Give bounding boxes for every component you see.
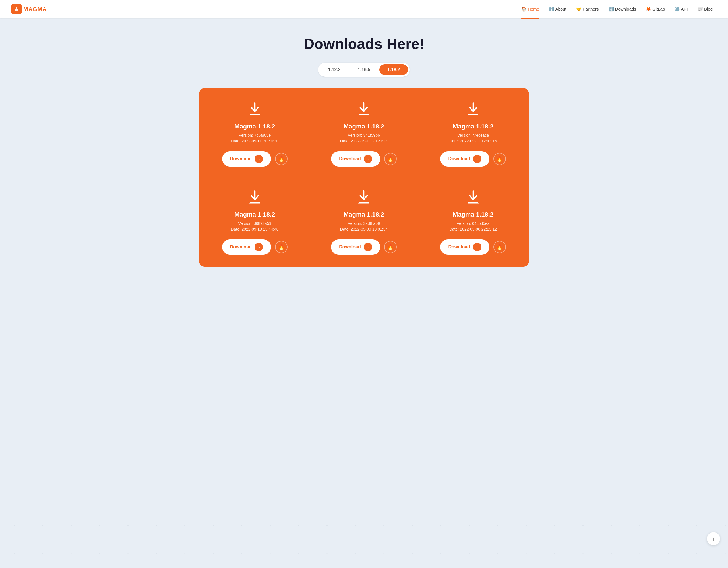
fire-icon-3: 🔥 <box>496 156 503 162</box>
card-2-actions: Download → 🔥 <box>331 151 396 167</box>
scroll-to-top-button[interactable]: ↑ <box>707 532 720 545</box>
card-1-date: Date: 2022-09-11 20:44:30 <box>231 139 278 143</box>
card-1-download-button[interactable]: Download → <box>222 151 271 167</box>
fire-icon-2: 🔥 <box>387 156 394 162</box>
download-grid: Magma 1.18.2 Version: 7b6f805e Date: 202… <box>201 90 527 265</box>
card-3-actions: Download → 🔥 <box>440 151 506 167</box>
card-1-version: Version: 7b6f805e <box>239 133 271 138</box>
svg-rect-7 <box>468 115 479 115</box>
card-2-title: Magma 1.18.2 <box>344 123 384 130</box>
download-card-5: Magma 1.18.2 Version: 3ad8fab9 Date: 202… <box>310 178 418 265</box>
fire-icon-5: 🔥 <box>387 244 394 251</box>
card-3-arrow-icon: → <box>473 155 481 163</box>
nav-item-partners[interactable]: 🤝 Partners <box>572 5 603 13</box>
card-4-download-label: Download <box>230 245 252 250</box>
svg-rect-11 <box>358 203 369 204</box>
card-6-version: Version: 04cbd5ea <box>457 221 490 226</box>
card-4-fire-button[interactable]: 🔥 <box>275 241 288 253</box>
card-1-fire-button[interactable]: 🔥 <box>275 153 288 165</box>
card-2-download-label: Download <box>339 156 361 162</box>
svg-rect-3 <box>249 115 260 115</box>
card-5-fire-button[interactable]: 🔥 <box>384 241 397 253</box>
nav-link-api[interactable]: ⚙️ API <box>671 5 692 13</box>
download-icon-2 <box>356 101 372 117</box>
version-pill: 1.12.2 1.16.5 1.18.2 <box>318 63 409 77</box>
nav-link-partners[interactable]: 🤝 Partners <box>572 5 603 13</box>
card-3-title: Magma 1.18.2 <box>453 123 493 130</box>
logo-icon <box>11 4 22 14</box>
nav-item-blog[interactable]: 📰 Blog <box>694 5 717 13</box>
card-6-actions: Download → 🔥 <box>440 240 506 255</box>
card-4-actions: Download → 🔥 <box>222 240 288 255</box>
download-card-6: Magma 1.18.2 Version: 04cbd5ea Date: 202… <box>419 178 527 265</box>
card-2-fire-button[interactable]: 🔥 <box>384 153 397 165</box>
download-icon-3 <box>465 101 481 117</box>
card-1-actions: Download → 🔥 <box>222 151 288 167</box>
card-2-version: Version: 341f59b6 <box>348 133 380 138</box>
download-card-4: Magma 1.18.2 Version: d6873a59 Date: 202… <box>201 178 309 265</box>
scroll-top-icon: ↑ <box>712 536 715 542</box>
navbar: MAGMA 🏠 Home ℹ️ About 🤝 Partners ⬇️ Down… <box>0 0 728 18</box>
nav-link-home[interactable]: 🏠 Home <box>517 5 543 13</box>
card-3-date: Date: 2022-09-11 12:43:15 <box>449 139 497 143</box>
card-3-version: Version: f7eceaca <box>457 133 489 138</box>
card-4-date: Date: 2022-09-10 13:44:40 <box>231 227 278 232</box>
version-btn-1122[interactable]: 1.12.2 <box>320 64 348 75</box>
nav-link-blog[interactable]: 📰 Blog <box>694 5 717 13</box>
nav-link-gitlab[interactable]: 🦊 GitLab <box>642 5 669 13</box>
svg-rect-5 <box>358 115 369 115</box>
fire-icon-4: 🔥 <box>278 244 285 251</box>
logo[interactable]: MAGMA <box>11 4 47 14</box>
card-5-download-button[interactable]: Download → <box>331 240 380 255</box>
download-card-3: Magma 1.18.2 Version: f7eceaca Date: 202… <box>419 90 527 177</box>
card-5-download-label: Download <box>339 245 361 250</box>
card-5-date: Date: 2022-09-09 18:01:34 <box>340 227 388 232</box>
version-btn-1182[interactable]: 1.18.2 <box>379 64 408 75</box>
brand-name: MAGMA <box>23 6 47 13</box>
fire-icon-6: 🔥 <box>496 244 503 251</box>
card-6-fire-button[interactable]: 🔥 <box>493 241 506 253</box>
card-3-download-button[interactable]: Download → <box>440 151 489 167</box>
card-5-arrow-icon: → <box>364 243 372 251</box>
card-4-download-button[interactable]: Download → <box>222 240 271 255</box>
card-5-version: Version: 3ad8fab9 <box>348 221 380 226</box>
nav-links: 🏠 Home ℹ️ About 🤝 Partners ⬇️ Downloads … <box>517 5 717 13</box>
card-1-download-label: Download <box>230 156 252 162</box>
svg-rect-9 <box>249 203 260 204</box>
card-2-arrow-icon: → <box>364 155 372 163</box>
page-title: Downloads Here! <box>199 35 529 52</box>
card-6-download-button[interactable]: Download → <box>440 240 489 255</box>
download-card-2: Magma 1.18.2 Version: 341f59b6 Date: 202… <box>310 90 418 177</box>
card-3-fire-button[interactable]: 🔥 <box>493 153 506 165</box>
card-6-arrow-icon: → <box>473 243 481 251</box>
version-btn-1165[interactable]: 1.16.5 <box>350 64 378 75</box>
download-icon-1 <box>247 101 263 117</box>
card-6-date: Date: 2022-09-08 22:23:12 <box>449 227 497 232</box>
nav-item-about[interactable]: ℹ️ About <box>545 5 570 13</box>
card-5-actions: Download → 🔥 <box>331 240 396 255</box>
nav-link-about[interactable]: ℹ️ About <box>545 5 570 13</box>
card-4-arrow-icon: → <box>255 243 263 251</box>
card-1-arrow-icon: → <box>255 155 263 163</box>
nav-item-gitlab[interactable]: 🦊 GitLab <box>642 5 669 13</box>
card-3-download-label: Download <box>448 156 470 162</box>
card-4-version: Version: d6873a59 <box>238 221 271 226</box>
download-grid-wrapper: Magma 1.18.2 Version: 7b6f805e Date: 202… <box>199 88 529 267</box>
card-6-download-label: Download <box>448 245 470 250</box>
download-icon-6 <box>465 189 481 205</box>
nav-item-downloads[interactable]: ⬇️ Downloads <box>605 5 640 13</box>
card-4-title: Magma 1.18.2 <box>234 211 275 218</box>
svg-rect-13 <box>468 203 479 204</box>
nav-item-api[interactable]: ⚙️ API <box>671 5 692 13</box>
card-1-title: Magma 1.18.2 <box>234 123 275 130</box>
card-2-date: Date: 2022-09-11 20:29:24 <box>340 139 388 143</box>
nav-link-downloads[interactable]: ⬇️ Downloads <box>605 5 640 13</box>
download-icon-5 <box>356 189 372 205</box>
card-6-title: Magma 1.18.2 <box>453 211 493 218</box>
card-2-download-button[interactable]: Download → <box>331 151 380 167</box>
card-5-title: Magma 1.18.2 <box>344 211 384 218</box>
download-icon-4 <box>247 189 263 205</box>
fire-icon-1: 🔥 <box>278 156 285 162</box>
download-card-1: Magma 1.18.2 Version: 7b6f805e Date: 202… <box>201 90 309 177</box>
nav-item-home[interactable]: 🏠 Home <box>517 5 543 13</box>
